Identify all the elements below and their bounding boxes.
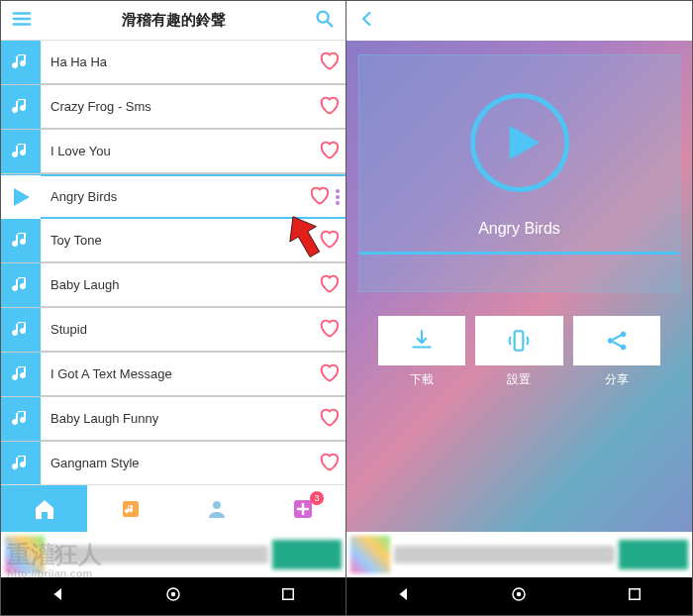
svg-rect-13 (630, 589, 641, 600)
more-icon[interactable] (336, 189, 340, 205)
list-item[interactable]: Gangnam Style (1, 442, 346, 484)
svg-point-2 (213, 501, 221, 509)
player-area: Angry Birds 下載 設置 分享 (346, 41, 692, 532)
player-screen: Angry Birds 下載 設置 分享 (346, 1, 692, 615)
right-header (346, 1, 692, 41)
list-item[interactable]: Stupid (1, 308, 346, 353)
ringtone-label: Angry Birds (50, 189, 308, 204)
play-icon[interactable] (1, 175, 41, 219)
android-nav (1, 577, 346, 615)
svg-rect-6 (283, 589, 294, 600)
android-recent-icon[interactable] (279, 585, 297, 607)
favorite-icon[interactable] (318, 317, 346, 343)
list-screen: 滑稽有趣的鈴聲 Ha Ha HaCrazy Frog - SmsI Love Y… (1, 1, 346, 615)
ringtone-label: Stupid (50, 322, 318, 337)
list-item[interactable]: Baby Laugh (1, 263, 346, 308)
ringtone-label: Toy Tone (50, 233, 318, 248)
android-home-icon[interactable] (164, 585, 182, 607)
ringtone-label: Baby Laugh (50, 277, 318, 292)
search-icon[interactable] (314, 8, 336, 34)
nav-profile[interactable] (173, 485, 259, 532)
action-row: 下載 設置 分享 (358, 316, 680, 388)
list-item[interactable]: Angry Birds (1, 174, 346, 219)
back-icon[interactable] (358, 10, 376, 32)
ringtone-label: I Love You (50, 144, 318, 158)
list-item[interactable]: Toy Tone (1, 219, 346, 263)
favorite-icon[interactable] (308, 184, 336, 210)
nav-library[interactable] (87, 485, 173, 532)
music-note-icon[interactable] (1, 41, 41, 84)
nav-badge: 3 (310, 491, 324, 505)
list-item[interactable]: Baby Laugh Funny (1, 397, 346, 442)
favorite-icon[interactable] (318, 139, 346, 164)
ringtone-label: Gangnam Style (50, 456, 318, 470)
favorite-icon[interactable] (318, 361, 346, 387)
music-note-icon[interactable] (1, 263, 41, 307)
list-item[interactable]: Ha Ha Ha (1, 41, 346, 85)
favorite-icon[interactable] (318, 94, 346, 120)
android-nav (346, 577, 692, 615)
android-back-icon[interactable] (50, 585, 67, 607)
favorite-icon[interactable] (318, 228, 346, 254)
share-action[interactable]: 分享 (573, 316, 660, 388)
page-title: 滑稽有趣的鈴聲 (122, 11, 226, 30)
music-note-icon[interactable] (1, 219, 41, 262)
play-button[interactable] (470, 93, 569, 192)
set-ringtone-action[interactable]: 設置 (475, 316, 562, 388)
list-item[interactable]: I Love You (1, 130, 346, 174)
music-note-icon[interactable] (1, 85, 41, 129)
favorite-icon[interactable] (318, 406, 346, 432)
nav-home[interactable] (1, 485, 87, 532)
bottom-nav: 3 (1, 484, 346, 532)
favorite-icon[interactable] (318, 50, 346, 75)
android-back-icon[interactable] (395, 585, 413, 607)
music-note-icon[interactable] (1, 397, 41, 441)
music-note-icon[interactable] (1, 442, 41, 485)
svg-point-5 (171, 592, 176, 597)
player-card: Angry Birds (358, 54, 680, 292)
ringtone-list: Ha Ha HaCrazy Frog - SmsI Love YouAngry … (1, 41, 346, 484)
list-item[interactable]: I Got A Text Message (1, 353, 346, 397)
ad-banner[interactable] (346, 532, 692, 577)
menu-icon[interactable] (11, 8, 33, 34)
download-action[interactable]: 下載 (378, 316, 465, 388)
ad-banner[interactable] (1, 532, 346, 577)
favorite-icon[interactable] (318, 451, 346, 476)
favorite-icon[interactable] (318, 272, 346, 298)
track-title: Angry Birds (478, 220, 560, 238)
list-item[interactable]: Crazy Frog - Sms (1, 85, 346, 130)
svg-rect-7 (515, 331, 524, 351)
ringtone-label: Crazy Frog - Sms (50, 99, 318, 114)
music-note-icon[interactable] (1, 353, 41, 396)
left-header: 滑稽有趣的鈴聲 (1, 1, 346, 41)
music-note-icon[interactable] (1, 308, 41, 352)
set-label: 設置 (507, 371, 531, 388)
nav-add[interactable]: 3 (259, 485, 346, 532)
ringtone-label: I Got A Text Message (50, 366, 318, 381)
android-recent-icon[interactable] (626, 585, 644, 607)
progress-bar[interactable] (359, 252, 679, 255)
ringtone-label: Baby Laugh Funny (50, 411, 318, 426)
music-note-icon[interactable] (1, 130, 41, 173)
download-label: 下載 (410, 371, 434, 388)
share-label: 分享 (605, 371, 629, 388)
svg-point-12 (517, 592, 522, 597)
android-home-icon[interactable] (510, 585, 528, 607)
ringtone-label: Ha Ha Ha (50, 54, 318, 69)
